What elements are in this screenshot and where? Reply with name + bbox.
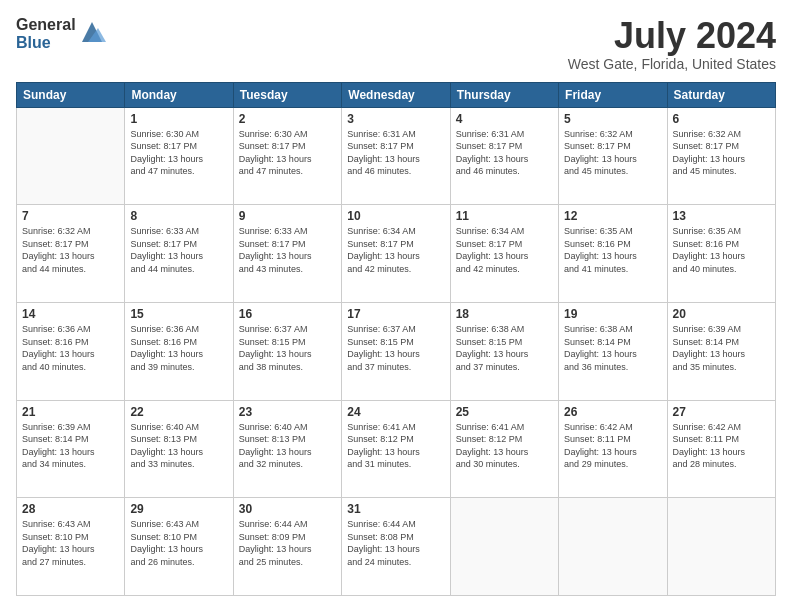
table-row [559,498,667,596]
calendar-week-row: 28Sunrise: 6:43 AM Sunset: 8:10 PM Dayli… [17,498,776,596]
day-info: Sunrise: 6:30 AM Sunset: 8:17 PM Dayligh… [130,128,227,178]
day-number: 4 [456,112,553,126]
day-number: 13 [673,209,770,223]
day-number: 14 [22,307,119,321]
table-row: 4Sunrise: 6:31 AM Sunset: 8:17 PM Daylig… [450,107,558,205]
day-info: Sunrise: 6:35 AM Sunset: 8:16 PM Dayligh… [564,225,661,275]
table-row: 23Sunrise: 6:40 AM Sunset: 8:13 PM Dayli… [233,400,341,498]
table-row: 17Sunrise: 6:37 AM Sunset: 8:15 PM Dayli… [342,302,450,400]
day-info: Sunrise: 6:31 AM Sunset: 8:17 PM Dayligh… [347,128,444,178]
day-number: 11 [456,209,553,223]
table-row: 19Sunrise: 6:38 AM Sunset: 8:14 PM Dayli… [559,302,667,400]
day-number: 10 [347,209,444,223]
day-info: Sunrise: 6:32 AM Sunset: 8:17 PM Dayligh… [564,128,661,178]
day-info: Sunrise: 6:37 AM Sunset: 8:15 PM Dayligh… [347,323,444,373]
day-number: 30 [239,502,336,516]
calendar-week-row: 7Sunrise: 6:32 AM Sunset: 8:17 PM Daylig… [17,205,776,303]
calendar-week-row: 14Sunrise: 6:36 AM Sunset: 8:16 PM Dayli… [17,302,776,400]
table-row: 1Sunrise: 6:30 AM Sunset: 8:17 PM Daylig… [125,107,233,205]
day-number: 7 [22,209,119,223]
table-row: 2Sunrise: 6:30 AM Sunset: 8:17 PM Daylig… [233,107,341,205]
table-row: 28Sunrise: 6:43 AM Sunset: 8:10 PM Dayli… [17,498,125,596]
day-number: 18 [456,307,553,321]
calendar-header-row: Sunday Monday Tuesday Wednesday Thursday… [17,82,776,107]
table-row: 7Sunrise: 6:32 AM Sunset: 8:17 PM Daylig… [17,205,125,303]
day-info: Sunrise: 6:38 AM Sunset: 8:15 PM Dayligh… [456,323,553,373]
table-row: 30Sunrise: 6:44 AM Sunset: 8:09 PM Dayli… [233,498,341,596]
day-number: 28 [22,502,119,516]
table-row: 27Sunrise: 6:42 AM Sunset: 8:11 PM Dayli… [667,400,775,498]
day-info: Sunrise: 6:43 AM Sunset: 8:10 PM Dayligh… [22,518,119,568]
table-row: 20Sunrise: 6:39 AM Sunset: 8:14 PM Dayli… [667,302,775,400]
table-row: 6Sunrise: 6:32 AM Sunset: 8:17 PM Daylig… [667,107,775,205]
day-info: Sunrise: 6:36 AM Sunset: 8:16 PM Dayligh… [22,323,119,373]
day-number: 12 [564,209,661,223]
day-info: Sunrise: 6:32 AM Sunset: 8:17 PM Dayligh… [22,225,119,275]
day-info: Sunrise: 6:32 AM Sunset: 8:17 PM Dayligh… [673,128,770,178]
logo-general: General [16,16,76,34]
day-info: Sunrise: 6:35 AM Sunset: 8:16 PM Dayligh… [673,225,770,275]
day-number: 2 [239,112,336,126]
day-info: Sunrise: 6:34 AM Sunset: 8:17 PM Dayligh… [456,225,553,275]
col-sunday: Sunday [17,82,125,107]
day-info: Sunrise: 6:33 AM Sunset: 8:17 PM Dayligh… [239,225,336,275]
table-row: 16Sunrise: 6:37 AM Sunset: 8:15 PM Dayli… [233,302,341,400]
day-info: Sunrise: 6:44 AM Sunset: 8:09 PM Dayligh… [239,518,336,568]
day-info: Sunrise: 6:34 AM Sunset: 8:17 PM Dayligh… [347,225,444,275]
col-thursday: Thursday [450,82,558,107]
table-row: 26Sunrise: 6:42 AM Sunset: 8:11 PM Dayli… [559,400,667,498]
table-row: 3Sunrise: 6:31 AM Sunset: 8:17 PM Daylig… [342,107,450,205]
table-row: 9Sunrise: 6:33 AM Sunset: 8:17 PM Daylig… [233,205,341,303]
day-number: 17 [347,307,444,321]
day-info: Sunrise: 6:42 AM Sunset: 8:11 PM Dayligh… [564,421,661,471]
table-row: 8Sunrise: 6:33 AM Sunset: 8:17 PM Daylig… [125,205,233,303]
col-monday: Monday [125,82,233,107]
page: General Blue July 2024 West Gate, Florid… [0,0,792,612]
table-row: 22Sunrise: 6:40 AM Sunset: 8:13 PM Dayli… [125,400,233,498]
logo-text: General Blue [16,16,76,51]
calendar-week-row: 21Sunrise: 6:39 AM Sunset: 8:14 PM Dayli… [17,400,776,498]
day-number: 20 [673,307,770,321]
table-row: 13Sunrise: 6:35 AM Sunset: 8:16 PM Dayli… [667,205,775,303]
table-row: 12Sunrise: 6:35 AM Sunset: 8:16 PM Dayli… [559,205,667,303]
table-row: 10Sunrise: 6:34 AM Sunset: 8:17 PM Dayli… [342,205,450,303]
table-row: 15Sunrise: 6:36 AM Sunset: 8:16 PM Dayli… [125,302,233,400]
day-number: 15 [130,307,227,321]
day-info: Sunrise: 6:31 AM Sunset: 8:17 PM Dayligh… [456,128,553,178]
table-row: 11Sunrise: 6:34 AM Sunset: 8:17 PM Dayli… [450,205,558,303]
day-number: 16 [239,307,336,321]
header: General Blue July 2024 West Gate, Florid… [16,16,776,72]
day-info: Sunrise: 6:36 AM Sunset: 8:16 PM Dayligh… [130,323,227,373]
day-number: 27 [673,405,770,419]
calendar-week-row: 1Sunrise: 6:30 AM Sunset: 8:17 PM Daylig… [17,107,776,205]
table-row [667,498,775,596]
day-number: 26 [564,405,661,419]
day-info: Sunrise: 6:44 AM Sunset: 8:08 PM Dayligh… [347,518,444,568]
day-info: Sunrise: 6:39 AM Sunset: 8:14 PM Dayligh… [673,323,770,373]
day-number: 6 [673,112,770,126]
day-info: Sunrise: 6:41 AM Sunset: 8:12 PM Dayligh… [456,421,553,471]
day-number: 22 [130,405,227,419]
day-number: 24 [347,405,444,419]
day-info: Sunrise: 6:42 AM Sunset: 8:11 PM Dayligh… [673,421,770,471]
day-number: 31 [347,502,444,516]
calendar-table: Sunday Monday Tuesday Wednesday Thursday… [16,82,776,596]
location: West Gate, Florida, United States [568,56,776,72]
title-block: July 2024 West Gate, Florida, United Sta… [568,16,776,72]
day-info: Sunrise: 6:38 AM Sunset: 8:14 PM Dayligh… [564,323,661,373]
table-row: 14Sunrise: 6:36 AM Sunset: 8:16 PM Dayli… [17,302,125,400]
day-number: 1 [130,112,227,126]
col-tuesday: Tuesday [233,82,341,107]
day-info: Sunrise: 6:30 AM Sunset: 8:17 PM Dayligh… [239,128,336,178]
day-number: 19 [564,307,661,321]
day-info: Sunrise: 6:33 AM Sunset: 8:17 PM Dayligh… [130,225,227,275]
month-title: July 2024 [568,16,776,56]
table-row: 31Sunrise: 6:44 AM Sunset: 8:08 PM Dayli… [342,498,450,596]
table-row [17,107,125,205]
day-info: Sunrise: 6:43 AM Sunset: 8:10 PM Dayligh… [130,518,227,568]
day-info: Sunrise: 6:40 AM Sunset: 8:13 PM Dayligh… [239,421,336,471]
day-info: Sunrise: 6:40 AM Sunset: 8:13 PM Dayligh… [130,421,227,471]
logo: General Blue [16,16,106,51]
day-number: 9 [239,209,336,223]
table-row: 5Sunrise: 6:32 AM Sunset: 8:17 PM Daylig… [559,107,667,205]
